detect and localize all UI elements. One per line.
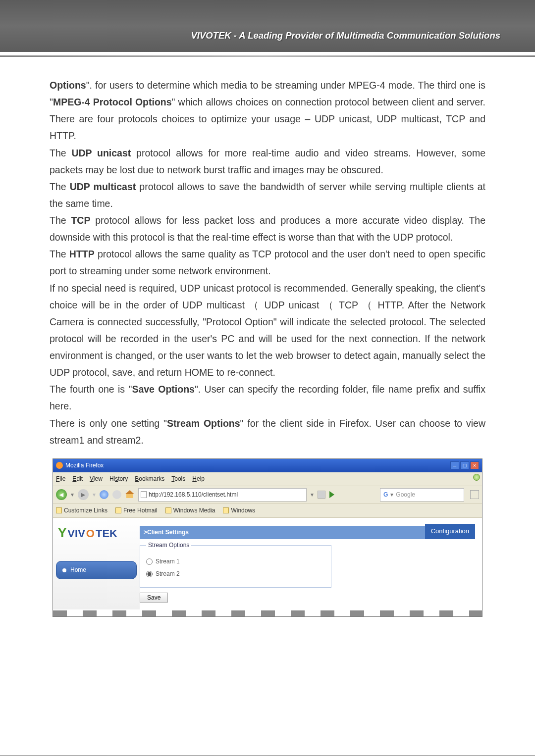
- term-tcp: TCP: [71, 215, 90, 226]
- menu-view[interactable]: View: [90, 474, 103, 484]
- search-go-button[interactable]: [470, 490, 479, 499]
- save-button[interactable]: Save: [140, 593, 168, 603]
- menu-edit[interactable]: Edit: [72, 474, 83, 484]
- paragraph: The TCP protocol allows for less packet …: [50, 212, 485, 246]
- sidebar-item-label: Home: [70, 565, 86, 575]
- window-title: Mozilla Firefox: [65, 460, 104, 471]
- bookmark-free-hotmail[interactable]: Free Hotmail: [115, 505, 158, 516]
- stream-options-group: Stream Options Stream 1 Stream 2: [140, 540, 331, 588]
- bookmark-windows-media[interactable]: Windows Media: [165, 505, 215, 516]
- address-bar[interactable]: http://192.168.5.110/clientset.html: [138, 488, 307, 502]
- paragraph: The UDP multicast protocol allows to sav…: [50, 178, 485, 212]
- bookmark-icon: [56, 507, 62, 513]
- search-box[interactable]: G▾ Google: [380, 488, 464, 502]
- main-panel: Configuration >Client Settings Stream Op…: [140, 518, 482, 609]
- paragraph: If no special need is required, UDP unic…: [50, 280, 485, 381]
- configuration-button[interactable]: Configuration: [425, 524, 475, 539]
- minimize-button[interactable]: –: [450, 461, 459, 469]
- bookmark-icon: [115, 507, 121, 513]
- rss-icon[interactable]: [318, 491, 325, 499]
- forward-button[interactable]: ►: [78, 489, 89, 500]
- firefox-icon: [56, 462, 63, 469]
- term-stream-options: Stream Options: [167, 418, 240, 429]
- paragraph: The UDP unicast protocol allows for more…: [50, 145, 485, 178]
- window-titlebar: Mozilla Firefox – □ ×: [53, 459, 482, 472]
- vivotek-logo: Y VIVOTEK: [53, 518, 140, 549]
- term-udp-unicast: UDP unicast: [71, 148, 131, 158]
- home-button[interactable]: [125, 490, 134, 499]
- paragraph: Options". for users to determine which m…: [50, 77, 485, 145]
- document-body: Options". for users to determine which m…: [0, 77, 535, 637]
- bookmark-icon: [223, 507, 229, 513]
- stop-button[interactable]: [112, 490, 121, 499]
- page-header: VIVOTEK - A Leading Provider of Multimed…: [0, 0, 535, 52]
- menu-tools[interactable]: Tools: [171, 474, 185, 484]
- term-options: Options: [50, 80, 86, 91]
- bookmark-windows[interactable]: Windows: [223, 505, 255, 516]
- page-content: Y VIVOTEK Home Configuration >Client Set…: [53, 518, 482, 609]
- term-udp-multicast: UDP multicast: [70, 181, 136, 192]
- go-button[interactable]: [329, 491, 334, 498]
- close-button[interactable]: ×: [470, 461, 479, 469]
- menu-history[interactable]: History: [109, 474, 128, 484]
- bullet-icon: [62, 568, 66, 572]
- torn-edge: [53, 610, 482, 616]
- paragraph: The fourth one is "Save Options". User c…: [50, 381, 485, 414]
- sidebar: Y VIVOTEK Home: [53, 518, 140, 609]
- logo-mark-icon: Y: [58, 522, 66, 545]
- window-buttons: – □ ×: [450, 461, 479, 469]
- term-http: HTTP: [69, 249, 95, 259]
- menu-file[interactable]: File: [56, 474, 65, 484]
- radio-stream2[interactable]: Stream 2: [146, 569, 325, 579]
- url-text: http://192.168.5.110/clientset.html: [149, 490, 238, 500]
- reload-button[interactable]: [100, 490, 108, 499]
- menu-help[interactable]: Help: [192, 474, 205, 484]
- bookmarks-toolbar: Customize Links Free Hotmail Windows Med…: [53, 504, 482, 518]
- sidebar-item-home[interactable]: Home: [56, 561, 137, 579]
- term-save-options: Save Options: [132, 384, 195, 395]
- menu-bookmarks[interactable]: Bookmarks: [135, 474, 164, 484]
- google-icon: G: [383, 490, 388, 500]
- divider: [0, 52, 535, 55]
- paragraph: The HTTP protocol allows the same qualit…: [50, 246, 485, 279]
- divider: [0, 55, 535, 57]
- paragraph: There is only one setting "Stream Option…: [50, 415, 485, 449]
- stream-options-legend: Stream Options: [146, 540, 191, 551]
- header-title: VIVOTEK - A Leading Provider of Multimed…: [191, 30, 500, 41]
- bookmark-icon: [165, 507, 171, 513]
- menu-bar: File Edit View History Bookmarks Tools H…: [53, 472, 482, 486]
- embedded-screenshot: Mozilla Firefox – □ × File Edit View His…: [53, 458, 482, 617]
- throbber-icon: [473, 474, 480, 481]
- back-button[interactable]: ◄: [56, 489, 67, 500]
- radio-stream1[interactable]: Stream 1: [146, 556, 325, 567]
- bookmark-customize-links[interactable]: Customize Links: [56, 505, 107, 516]
- maximize-button[interactable]: □: [460, 461, 469, 469]
- navigation-toolbar: ◄ ▾ ► ▾ http://192.168.5.110/clientset.h…: [53, 486, 482, 504]
- term-mpeg4-protocol-options: MPEG-4 Protocol Options: [53, 97, 172, 107]
- page-icon: [141, 491, 147, 498]
- search-placeholder: Google: [396, 490, 415, 500]
